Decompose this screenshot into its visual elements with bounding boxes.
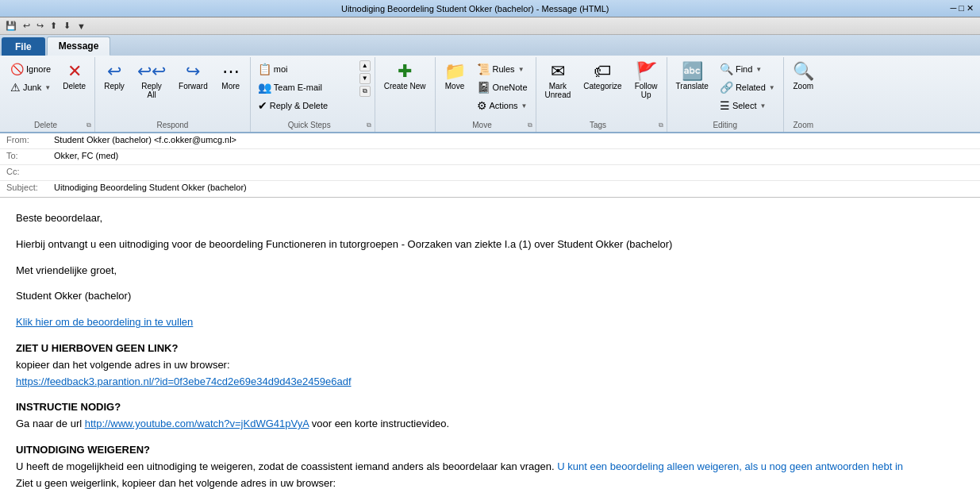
quicksteps-expand[interactable]: ⧉ [367,121,371,129]
qat-up[interactable]: ⬆ [48,20,60,32]
ribbon-group-create: ✚ Create New [375,57,436,132]
translate-button[interactable]: 🔤 Translate [671,60,714,93]
rules-arrow: ▼ [517,66,525,73]
more-respond-button[interactable]: ⋯ More [215,60,247,93]
junk-icon: ⚠ [10,81,21,94]
quick-access-toolbar: 💾 ↩ ↪ ⬆ ⬇ ▼ [0,17,980,35]
ignore-icon: 🚫 [10,63,24,75]
mark-unread-icon: ✉ [551,63,565,80]
tab-message[interactable]: Message [47,37,111,56]
move-button[interactable]: 📁 Move [439,60,471,93]
rules-icon: 📜 [477,63,490,75]
assessment-link[interactable]: Klik hier om de beoordeling in te vullen [16,316,193,328]
move-expand[interactable]: ⧉ [528,121,532,129]
find-icon: 🔍 [720,63,733,75]
related-icon: 🔗 [720,81,733,94]
onenote-button[interactable]: 📓 OneNote [473,79,532,96]
select-button[interactable]: ☰ Select ▼ [716,97,780,114]
to-row: To: Okker, FC (med) [0,149,980,165]
subject-value: Uitnodiging Beoordeling Student Okker (b… [54,183,247,192]
ribbon-group-editing: 🔤 Translate 🔍 Find ▼ 🔗 Related ▼ ☰ Selec… [667,57,784,132]
follow-up-button[interactable]: 🚩 Follow Up [629,60,663,102]
forward-button[interactable]: ↪ Forward [173,60,213,93]
zoom-button[interactable]: 🔍 Zoom [787,60,820,93]
create-new-button[interactable]: ✚ Create New [379,60,432,93]
to-value: Okker, FC (med) [54,151,118,160]
section2-text1: Ga naar de url [16,418,85,429]
categorize-icon: 🏷 [594,63,611,80]
create-new-icon: ✚ [398,63,412,80]
reply-delete-label: Reply & Delete [270,101,328,110]
actions-icon: ⚙ [477,99,487,112]
qs-expand[interactable]: ⧉ [359,86,371,97]
closing: Met vriendelijke groet, [16,263,964,279]
qat-more[interactable]: ▼ [75,21,88,32]
subject-row: Subject: Uitnodiging Beoordeling Student… [0,181,980,197]
team-email-icon: 👥 [258,81,271,94]
related-button[interactable]: 🔗 Related ▼ [716,79,780,96]
junk-arrow: ▼ [44,84,52,91]
cc-row: Cc: [0,165,980,181]
actions-button[interactable]: ⚙ Actions ▼ [473,97,532,114]
section1-header: ZIET U HIERBOVEN GEEN LINK? [16,342,178,354]
qs-scroll-up[interactable]: ▲ [359,60,371,71]
select-icon: ☰ [720,99,730,112]
qat-undo[interactable]: ↩ [21,20,33,32]
ribbon: 🚫 Ignore ⚠ Junk ▼ ✕ Delete Delete ⧉ ↩ [0,56,980,133]
greeting: Beste beoordelaar, [16,210,964,227]
onenote-icon: 📓 [477,81,490,94]
window-controls: ─ □ ✕ [950,3,974,13]
mark-unread-button[interactable]: ✉ Mark Unread [540,60,577,102]
from-row: From: Student Okker (bachelor) <f.c.okke… [0,133,980,149]
section3-text2: Ziet u geen weigerlink, kopieer dan het … [16,477,336,489]
quickstep-moi[interactable]: 📋 moi [254,60,357,78]
rules-button[interactable]: 📜 Rules ▼ [473,60,532,78]
ribbon-group-respond: ↩ Reply ↩↩ Reply All ↪ Forward ⋯ More Re… [95,57,251,132]
reply-delete-icon: ✔ [258,99,267,112]
section1-url[interactable]: https://feedback3.parantion.nl/?id=0f3eb… [16,375,352,387]
delete-icon: ✕ [67,63,82,80]
section2-url[interactable]: http://www.youtube.com/watch?v=jKdWG41pV… [85,418,309,429]
quickstep-team-email[interactable]: 👥 Team E-mail [254,79,357,96]
editing-stack: 🔍 Find ▼ 🔗 Related ▼ ☰ Select ▼ [716,60,780,114]
section2-header: INSTRUCTIE NODIG? [16,401,121,413]
main-content: From: Student Okker (bachelor) <f.c.okke… [0,133,980,489]
more-respond-icon: ⋯ [222,63,240,80]
title-bar: Uitnodiging Beoordeling Student Okker (b… [0,0,980,17]
moi-icon: 📋 [258,63,271,75]
section3-header: UITNODIGING WEIGEREN? [16,444,150,456]
quickstep-reply-delete[interactable]: ✔ Reply & Delete [254,97,357,114]
junk-button[interactable]: ⚠ Junk ▼ [6,79,56,96]
from-value: Student Okker (bachelor) <f.c.okker@umcg… [54,135,236,144]
respond-group-content: ↩ Reply ↩↩ Reply All ↪ Forward ⋯ More [98,57,247,119]
translate-icon: 🔤 [682,63,703,80]
delete-button[interactable]: ✕ Delete [57,60,91,93]
reply-all-button[interactable]: ↩↩ Reply All [132,60,171,102]
follow-up-icon: 🚩 [636,63,657,80]
tags-expand[interactable]: ⧉ [659,121,663,129]
window-title: Uitnodiging Beoordeling Student Okker (b… [0,4,950,13]
ignore-button[interactable]: 🚫 Ignore [6,60,56,78]
categorize-button[interactable]: 🏷 Categorize [578,60,627,93]
find-button[interactable]: 🔍 Find ▼ [716,60,780,78]
ribbon-group-delete: 🚫 Ignore ⚠ Junk ▼ ✕ Delete Delete ⧉ [3,57,95,132]
qat-save[interactable]: 💾 [3,20,19,32]
qs-scroll-down[interactable]: ▼ [359,73,371,84]
find-arrow: ▼ [755,66,763,73]
ribbon-group-quicksteps: 📋 moi 👥 Team E-mail ✔ Reply & Delete ▲ ▼… [251,57,375,132]
ribbon-group-zoom: 🔍 Zoom Zoom [784,57,823,132]
section1-text: kopieer dan het volgende adres in uw bro… [16,359,230,371]
reply-button[interactable]: ↩ Reply [98,60,130,93]
qat-down[interactable]: ⬇ [61,20,73,32]
email-body: Beste beoordelaar, Hierbij ontvangt u ee… [0,198,980,489]
move-icon: 📁 [444,63,466,80]
delete-group-expand[interactable]: ⧉ [86,121,91,129]
tab-file[interactable]: File [2,37,45,56]
actions-arrow: ▼ [521,102,528,110]
quicksteps-content: 📋 moi 👥 Team E-mail ✔ Reply & Delete ▲ ▼… [254,57,371,119]
qat-redo[interactable]: ↪ [34,20,46,32]
quicksteps-stack: 📋 moi 👥 Team E-mail ✔ Reply & Delete [254,60,357,114]
section3-text1: U heeft de mogelijkheid een uitnodiging … [16,460,557,472]
moi-label: moi [274,64,288,74]
move-stack: 📜 Rules ▼ 📓 OneNote ⚙ Actions ▼ [473,60,532,114]
